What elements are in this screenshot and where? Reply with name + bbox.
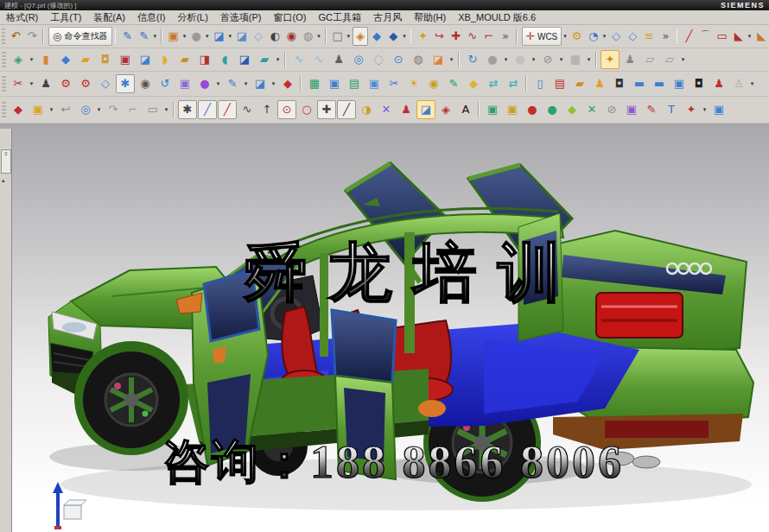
profile2-icon[interactable]: ◣ (753, 27, 769, 46)
orient-cube-icon[interactable]: ◈ (353, 27, 368, 46)
render-sphere-icon[interactable]: ● (188, 27, 204, 46)
toolbar-grip[interactable] (2, 52, 6, 67)
toolbar-grip[interactable] (2, 102, 6, 117)
dropdown-arrow-icon[interactable]: ▾ (601, 33, 607, 40)
rectangle-icon[interactable]: ▭ (715, 27, 730, 46)
touch-hand-icon[interactable]: ✦ (601, 50, 620, 69)
overflow-chevron-icon[interactable]: » (498, 27, 513, 46)
sphere-feature-icon[interactable]: ◎ (349, 50, 368, 69)
move-face-icon[interactable]: ◆ (9, 100, 28, 119)
sweep-icon[interactable]: ▰ (76, 50, 95, 69)
cube-end-icon[interactable]: ▣ (709, 100, 728, 119)
redo-icon[interactable]: ↷ (24, 27, 40, 46)
text-tool-icon[interactable]: A (456, 100, 475, 119)
snap-plus-icon[interactable]: ✚ (448, 27, 464, 46)
menu-tools[interactable]: 工具(T) (44, 11, 87, 24)
alert-icon[interactable]: ◈ (436, 100, 455, 119)
human-icon[interactable]: ♟ (329, 50, 348, 69)
shaded-edges-cube-icon[interactable]: ◪ (234, 27, 250, 46)
curve-hook-icon[interactable]: ↷ (104, 100, 123, 119)
bend2-icon[interactable]: ∿ (309, 50, 328, 69)
dropdown-arrow-icon[interactable]: ▾ (448, 56, 455, 63)
snap-curve-icon[interactable]: ∿ (465, 27, 480, 46)
undo-icon[interactable]: ↶ (8, 27, 23, 46)
dropdown-arrow-icon[interactable]: ▾ (562, 33, 568, 40)
sketch-line-icon[interactable]: ╱ (198, 100, 217, 119)
t-tool-icon[interactable]: T (662, 100, 681, 119)
snap-arrow-icon[interactable]: ↪ (431, 27, 447, 46)
bulb-icon[interactable]: ◉ (424, 74, 443, 93)
measure-icon[interactable]: ◔ (586, 27, 601, 46)
shaded-cube-icon[interactable]: ◪ (211, 27, 226, 46)
designer-icon[interactable]: ♟ (36, 74, 55, 93)
dropdown-arrow-icon[interactable]: ▾ (748, 80, 756, 87)
gold-panel-icon[interactable]: ▣ (503, 100, 522, 119)
palette-icon[interactable]: ◑ (357, 100, 376, 119)
x-purple-icon[interactable]: ✕ (377, 100, 396, 119)
lock-dark-icon[interactable]: ◘ (610, 74, 629, 93)
dropdown-arrow-icon[interactable]: ▾ (401, 33, 407, 40)
menu-xb-mould[interactable]: XB_MOULD 版6.6 (452, 11, 542, 24)
photo-plus-icon[interactable]: ▣ (29, 100, 48, 119)
graphics-viewport[interactable]: 舜龙培训 咨询：188 8866 8006 ≡ ▴ (0, 124, 769, 532)
groove-icon[interactable]: ◖ (215, 50, 234, 69)
rotate-cube-icon[interactable]: ◆ (369, 27, 384, 46)
gear-red2-icon[interactable]: ⚙ (76, 74, 95, 93)
dropdown-arrow-icon[interactable]: ▾ (181, 33, 187, 40)
sun-icon[interactable]: ☀ (404, 74, 423, 93)
person-red-icon[interactable]: ♟ (397, 100, 416, 119)
window-box-icon[interactable]: □ (330, 27, 346, 46)
line-point-icon[interactable]: ╱ (218, 100, 237, 119)
sketch-env-icon[interactable]: ◈ (9, 50, 28, 69)
refresh-icon[interactable]: ↺ (156, 74, 175, 93)
menu-gc-toolbox[interactable]: GC工具箱 (312, 11, 367, 24)
slash-boxed-icon[interactable]: ╱ (337, 100, 356, 119)
pencil-red-icon[interactable]: ✎ (642, 100, 661, 119)
green-panel-icon[interactable]: ▣ (483, 100, 502, 119)
clip-icon[interactable]: ✂ (384, 74, 404, 93)
image-icon[interactable]: ▣ (325, 74, 344, 93)
toolbar-grip[interactable] (2, 76, 6, 92)
dropdown-arrow-icon[interactable]: ▾ (28, 56, 35, 63)
rotate-view-icon[interactable]: ↻ (463, 50, 482, 69)
bend-icon[interactable]: ∿ (289, 50, 308, 69)
ghost-icon[interactable]: ♙ (729, 74, 748, 93)
cube-highlight-icon[interactable]: ◪ (416, 100, 435, 119)
gear-icon[interactable]: ⚙ (569, 27, 585, 46)
wireframe-cube-icon[interactable]: ◇ (251, 27, 266, 46)
revolve-icon[interactable]: ◆ (56, 50, 75, 69)
cylinder-icon[interactable]: ▰ (255, 50, 274, 69)
find-icon[interactable]: ◉ (136, 74, 155, 93)
block-icon[interactable]: ▣ (116, 50, 135, 69)
dropdown-arrow-icon[interactable]: ▾ (679, 56, 687, 63)
film-icon[interactable]: ▤ (345, 74, 364, 93)
studio-ball-icon[interactable]: ◉ (283, 27, 299, 46)
half-section-icon[interactable]: ◐ (267, 27, 283, 46)
touch-pen-icon[interactable]: ✎ (119, 27, 135, 46)
bag-dark-icon[interactable]: ◘ (690, 74, 709, 93)
eye-icon[interactable]: ◎ (76, 100, 95, 119)
box-gold-icon[interactable]: ▰ (570, 74, 589, 93)
studio-spline-icon[interactable]: ∿ (238, 100, 257, 119)
resource-arrow-icon[interactable]: ▴ (2, 177, 5, 184)
dropdown-arrow-icon[interactable]: ▾ (747, 33, 753, 40)
photo-frame-icon[interactable]: ▣ (175, 74, 194, 93)
menu-assemblies[interactable]: 装配(A) (87, 11, 131, 24)
dropdown-arrow-icon[interactable]: ▾ (214, 80, 222, 87)
boss-icon[interactable]: ◪ (136, 50, 155, 69)
menu-help[interactable]: 帮助(H) (408, 11, 452, 24)
dropdown-arrow-icon[interactable]: ▾ (274, 56, 282, 63)
dropdown-arrow-icon[interactable]: ▾ (557, 56, 565, 63)
touch-pen-dot-icon[interactable]: ✎ (137, 27, 152, 46)
swap2-icon[interactable]: ⇄ (504, 74, 523, 93)
edit-pencil-icon[interactable]: ✎ (444, 74, 463, 93)
wcs-button[interactable]: ✛WCS (522, 27, 562, 46)
rotate-cube2-icon[interactable]: ◆ (385, 27, 401, 46)
dropdown-arrow-icon[interactable]: ▾ (28, 80, 35, 87)
assembly-cube-icon[interactable]: ◪ (429, 50, 448, 69)
menu-information[interactable]: 信息(I) (131, 11, 171, 24)
extrude-icon[interactable]: ▮ (36, 50, 55, 69)
purple-panel-icon[interactable]: ▣ (622, 100, 641, 119)
gear-red-icon[interactable]: ⚙ (56, 74, 75, 93)
dropdown-arrow-icon[interactable]: ▾ (585, 56, 593, 63)
